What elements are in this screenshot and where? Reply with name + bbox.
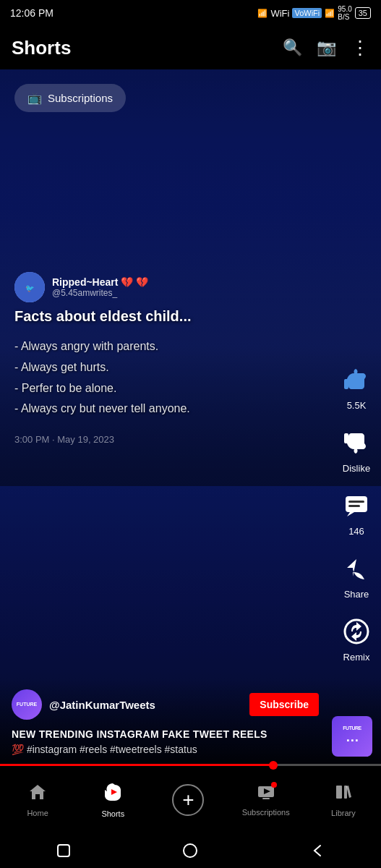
tweet-facts: - Always angry with parents. - Always ge… bbox=[14, 336, 316, 420]
search-icon[interactable]: 🔍 bbox=[283, 38, 302, 57]
dislike-label: Dislike bbox=[343, 463, 370, 474]
share-label: Share bbox=[344, 589, 369, 600]
tweet-timestamp: 3:00 PM · May 19, 2023 bbox=[14, 434, 316, 445]
video-progress-bar[interactable] bbox=[0, 764, 381, 766]
create-button[interactable]: + bbox=[172, 784, 204, 816]
home-icon bbox=[28, 783, 47, 806]
remix-icon bbox=[339, 614, 374, 649]
comments-count: 146 bbox=[348, 526, 364, 537]
comments-icon bbox=[339, 488, 374, 523]
channel-info-bar: FUTURE @JatinKumarTweets Subscribe NEW T… bbox=[0, 678, 381, 764]
back-button[interactable] bbox=[304, 838, 330, 864]
channel-row: FUTURE @JatinKumarTweets Subscribe bbox=[12, 689, 369, 720]
tweet-card: 🐦 Ripped~Heart 💔 💔 @5.45amwrites_ Facts … bbox=[14, 272, 316, 445]
fact-1: - Always angry with parents. bbox=[14, 336, 316, 357]
dislike-icon bbox=[339, 425, 374, 460]
bottom-nav: Home Shorts + Subscriptions bbox=[0, 766, 381, 831]
share-icon bbox=[339, 551, 374, 586]
share-button[interactable]: Share bbox=[339, 551, 374, 600]
app-bar-actions: 🔍 📷 ⋮ bbox=[283, 37, 369, 59]
nav-label-library: Library bbox=[331, 809, 356, 817]
fact-3: - Perfer to be alone. bbox=[14, 378, 316, 399]
nav-label-home: Home bbox=[27, 809, 48, 817]
nav-item-shorts[interactable]: Shorts bbox=[91, 782, 134, 818]
svg-rect-14 bbox=[58, 845, 69, 856]
subscriptions-pill-label: Subscriptions bbox=[48, 92, 113, 104]
home-button[interactable] bbox=[177, 838, 203, 864]
like-button[interactable]: 5.5K bbox=[339, 362, 374, 411]
nav-item-subscriptions[interactable]: Subscriptions bbox=[242, 783, 290, 817]
video-description: NEW TRENDING INSTAGRAM FAKE TWEET REELS bbox=[12, 727, 369, 742]
subscriptions-nav-icon-wrapper bbox=[257, 783, 275, 805]
svg-rect-4 bbox=[346, 496, 367, 512]
fact-2: - Always get hurts. bbox=[14, 357, 316, 378]
app-title: Shorts bbox=[12, 37, 71, 59]
svg-rect-6 bbox=[348, 505, 360, 507]
fact-4: - Always cry but never tell anyone. bbox=[14, 399, 316, 420]
channel-handle: @JatinKumarTweets bbox=[49, 699, 242, 711]
recents-button[interactable] bbox=[51, 838, 77, 864]
svg-rect-3 bbox=[344, 433, 348, 443]
nav-item-library[interactable]: Library bbox=[322, 783, 365, 817]
action-buttons: 5.5K Dislike 146 bbox=[339, 362, 374, 663]
svg-point-15 bbox=[184, 844, 197, 857]
speed-label: 95.0B/S bbox=[338, 5, 351, 21]
status-icons: 📶 WiFi VoWiFi 📶 95.0B/S 35 bbox=[257, 5, 371, 21]
video-tags: 💯 #instagram #reels #tweetreels #status bbox=[12, 744, 369, 755]
svg-rect-2 bbox=[344, 379, 348, 389]
subscriptions-notification-dot bbox=[271, 782, 277, 788]
status-bar: 12:06 PM 📶 WiFi VoWiFi 📶 95.0B/S 35 bbox=[0, 0, 381, 26]
subscriptions-pill-icon: 📺 bbox=[27, 91, 42, 105]
dislike-button[interactable]: Dislike bbox=[339, 425, 374, 474]
svg-rect-13 bbox=[344, 786, 347, 799]
svg-text:🐦: 🐦 bbox=[25, 284, 35, 293]
like-icon bbox=[339, 362, 374, 397]
more-options-icon[interactable]: ⋮ bbox=[351, 37, 369, 59]
subscribe-button[interactable]: Subscribe bbox=[249, 693, 319, 716]
signal-icon: 📶 bbox=[325, 9, 335, 18]
nav-label-shorts: Shorts bbox=[101, 809, 124, 818]
tweet-avatar: 🐦 bbox=[14, 272, 45, 302]
video-area: 📺 Subscriptions 🐦 Ripped~Heart 💔 💔 @5.45… bbox=[0, 69, 381, 764]
subscriptions-filter-pill[interactable]: 📺 Subscriptions bbox=[14, 84, 126, 112]
remix-button[interactable]: Remix bbox=[339, 614, 374, 663]
video-progress-fill bbox=[0, 764, 274, 766]
comments-button[interactable]: 146 bbox=[339, 488, 374, 537]
nav-item-home[interactable]: Home bbox=[16, 783, 59, 817]
like-count: 5.5K bbox=[347, 400, 367, 411]
svg-rect-12 bbox=[336, 786, 342, 799]
tweet-user-info: Ripped~Heart 💔 💔 @5.45amwrites_ bbox=[52, 276, 148, 298]
svg-rect-5 bbox=[348, 501, 364, 503]
battery-icon: 📶 bbox=[257, 9, 267, 18]
app-bar: Shorts 🔍 📷 ⋮ bbox=[0, 26, 381, 69]
shorts-icon bbox=[103, 782, 123, 807]
add-icon: + bbox=[182, 790, 194, 810]
tweet-handle: @5.45amwrites_ bbox=[52, 288, 148, 298]
vowifi-label: VoWiFi bbox=[292, 8, 322, 18]
wifi-icon: WiFi bbox=[270, 8, 289, 19]
camera-icon[interactable]: 📷 bbox=[317, 38, 336, 57]
tweet-header: 🐦 Ripped~Heart 💔 💔 @5.45amwrites_ bbox=[14, 272, 316, 302]
nav-item-create[interactable]: + bbox=[166, 784, 210, 816]
library-icon bbox=[334, 783, 353, 806]
channel-avatar: FUTURE bbox=[12, 689, 42, 720]
video-thumbnail-mini[interactable]: FUTURE ⋯ bbox=[332, 716, 372, 757]
tweet-username: Ripped~Heart 💔 💔 bbox=[52, 276, 148, 288]
tweet-title: Facts about eldest child... bbox=[14, 308, 316, 325]
svg-rect-11 bbox=[262, 798, 270, 799]
system-nav bbox=[0, 831, 381, 868]
battery-level: 35 bbox=[355, 7, 371, 19]
nav-label-subscriptions: Subscriptions bbox=[242, 808, 290, 817]
status-time: 12:06 PM bbox=[10, 7, 53, 19]
remix-label: Remix bbox=[343, 652, 370, 663]
